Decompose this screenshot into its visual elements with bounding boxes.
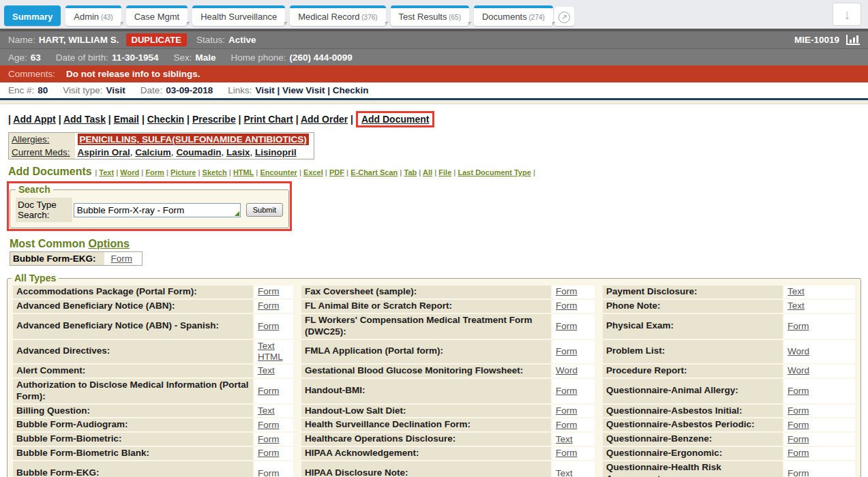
add-appt-link[interactable]: Add Appt — [13, 114, 55, 125]
doc-link-text[interactable]: Text — [556, 468, 573, 477]
add-doc-text-link[interactable]: Text — [99, 168, 114, 176]
column-spacer — [596, 447, 601, 460]
encounter-link-visit[interactable]: Visit — [255, 85, 274, 95]
doc-link-html[interactable]: HTML — [258, 352, 283, 362]
column-spacer — [295, 418, 300, 431]
submit-button[interactable]: Submit — [246, 203, 283, 217]
med-link-coumadin[interactable]: Coumadin — [176, 147, 221, 157]
doc-link-text[interactable]: Text — [258, 341, 275, 351]
print-chart-link[interactable]: Print Chart — [243, 114, 293, 125]
doc-link-form[interactable]: Form — [258, 386, 280, 396]
email-link[interactable]: Email — [114, 114, 139, 125]
doc-type-row: Alert Comment:TextGestational Blood Gluc… — [13, 365, 855, 378]
doc-link-form[interactable]: Form — [556, 301, 578, 311]
most-common-links: Form — [104, 252, 143, 266]
checkin-link[interactable]: Checkin — [147, 114, 184, 125]
doc-link-form[interactable]: Form — [788, 420, 809, 430]
doc-link-form[interactable]: Form — [788, 448, 809, 458]
options-link[interactable]: Options — [89, 238, 130, 249]
doc-link-form[interactable]: Form — [556, 386, 578, 396]
add-doc-word-link[interactable]: Word — [120, 168, 139, 176]
doc-link-text[interactable]: Text — [556, 434, 573, 444]
add-document-link[interactable]: Add Document — [361, 114, 430, 125]
med-link-calcium[interactable]: Calcium — [135, 147, 171, 157]
doc-link-form[interactable]: Form — [788, 434, 809, 444]
flowsheet-chart-icon[interactable] — [846, 35, 860, 45]
doc-link-form[interactable]: Form — [258, 420, 280, 430]
add-task-link[interactable]: Add Task — [63, 114, 106, 125]
doc-link-form[interactable]: Form — [556, 346, 578, 356]
doc-link-form[interactable]: Form — [258, 448, 280, 458]
doc-type-label: Healthcare Operations Disclosure: — [301, 433, 551, 446]
doc-link-form[interactable]: Form — [788, 386, 809, 396]
patient-name: HART, WILLIAM S. — [39, 35, 119, 45]
doc-link-form[interactable]: Form — [258, 434, 280, 444]
add-doc-sketch-link[interactable]: Sketch — [203, 168, 227, 176]
add-doc-pdf-link[interactable]: PDF — [329, 168, 344, 176]
doc-link-form[interactable]: Form — [556, 405, 578, 416]
tab-medical-record[interactable]: Medical Record (376) — [290, 5, 385, 26]
add-doc-excel-link[interactable]: Excel — [303, 168, 323, 176]
add-doc-html-link[interactable]: HTML — [233, 168, 254, 176]
add-doc-encounter-link[interactable]: Encounter — [260, 168, 297, 176]
prescribe-link[interactable]: Prescribe — [192, 114, 236, 125]
duplicate-badge: DUPLICATE — [126, 33, 187, 46]
doc-link-form[interactable]: Form — [788, 405, 809, 416]
add-doc-tab-link[interactable]: Tab — [404, 168, 417, 176]
tab-case-mgmt[interactable]: Case Mgmt — [126, 5, 188, 26]
popout-button[interactable]: ↗ — [554, 7, 574, 26]
column-spacer — [596, 314, 601, 339]
doc-link-text[interactable]: Text — [258, 405, 275, 416]
doc-link-word[interactable]: Word — [788, 365, 809, 375]
doc-type-search-input[interactable] — [74, 203, 241, 217]
tab-health-surveillance[interactable]: Health Surveillance — [192, 5, 285, 26]
collapse-header-button[interactable]: ↓ — [833, 3, 861, 26]
tab-admin[interactable]: Admin (43) — [65, 5, 121, 26]
doc-link-form[interactable]: Form — [556, 286, 578, 296]
allergies-link[interactable]: Allergies: — [12, 134, 50, 144]
doc-type-link-cell: Form — [254, 447, 293, 460]
add-doc-picture-link[interactable]: Picture — [170, 168, 196, 176]
doc-type-link-cell: Form — [784, 433, 855, 446]
current-meds-link[interactable]: Current Meds: — [12, 147, 70, 157]
doc-link-form[interactable]: Form — [556, 448, 578, 458]
med-link-aspirin-oral[interactable]: Aspirin Oral — [78, 147, 130, 157]
doc-type-link-cell: Form — [784, 418, 855, 431]
chart-tabs: SummaryAdmin (43)Case MgmtHealth Surveil… — [4, 5, 553, 29]
add-doc-last-document-type-link[interactable]: Last Document Type — [458, 168, 530, 176]
med-link-lisinopril[interactable]: Lisinopril — [255, 147, 297, 157]
doc-link-text[interactable]: Text — [788, 301, 805, 311]
doc-link-form[interactable]: Form — [258, 468, 280, 477]
doc-link-form[interactable]: Form — [556, 321, 578, 331]
doc-link-text[interactable]: Text — [788, 286, 805, 296]
doc-type-row: Advanced Beneficiary Notice (ABN):FormFL… — [13, 300, 855, 313]
add-doc-file-link[interactable]: File — [438, 168, 451, 176]
med-link-lasix[interactable]: Lasix — [226, 147, 250, 157]
doc-link-word[interactable]: Word — [788, 346, 809, 356]
doc-type-row: Bubble Form-Biometric Blank:FormHIPAA Ac… — [13, 447, 855, 460]
doc-link-form[interactable]: Form — [258, 286, 280, 296]
encounter-link-view-visit[interactable]: View Visit — [282, 85, 325, 95]
doc-link-form[interactable]: Form — [111, 253, 133, 264]
doc-link-form[interactable]: Form — [258, 301, 280, 311]
add-doc-e-chart-scan-link[interactable]: E-Chart Scan — [350, 168, 398, 176]
patient-demographics-row: Age: 63 Date of birth: 11-30-1954 Sex: M… — [0, 48, 868, 65]
doc-link-form[interactable]: Form — [788, 321, 809, 331]
doc-link-form[interactable]: Form — [258, 321, 280, 331]
encounter-link-checkin[interactable]: Checkin — [333, 85, 369, 95]
tab-documents[interactable]: Documents (274) — [474, 5, 553, 26]
doc-link-text[interactable]: Text — [258, 365, 275, 375]
tab-summary[interactable]: Summary — [4, 5, 61, 26]
doc-type-label: Health Surveillance Declination Form: — [301, 418, 551, 431]
allergies-value-link[interactable]: PENICILLINS, SULFA(SULFONAMIDE ANTIBIOTI… — [78, 134, 309, 145]
add-doc-all-link[interactable]: All — [423, 168, 432, 176]
doc-link-word[interactable]: Word — [556, 365, 578, 375]
add-doc-form-link[interactable]: Form — [145, 168, 164, 176]
doc-type-label: HIPAA Acknowledgement: — [301, 447, 551, 460]
tab-test-results[interactable]: Test Results (65) — [391, 5, 469, 26]
add-order-link[interactable]: Add Order — [301, 114, 348, 125]
doc-link-form[interactable]: Form — [556, 420, 578, 430]
all-types-legend: All Types — [12, 273, 59, 283]
doc-link-form[interactable]: Form — [788, 468, 809, 477]
doc-type-row: Billing Question:TextHandout-Low Salt Di… — [13, 405, 855, 418]
